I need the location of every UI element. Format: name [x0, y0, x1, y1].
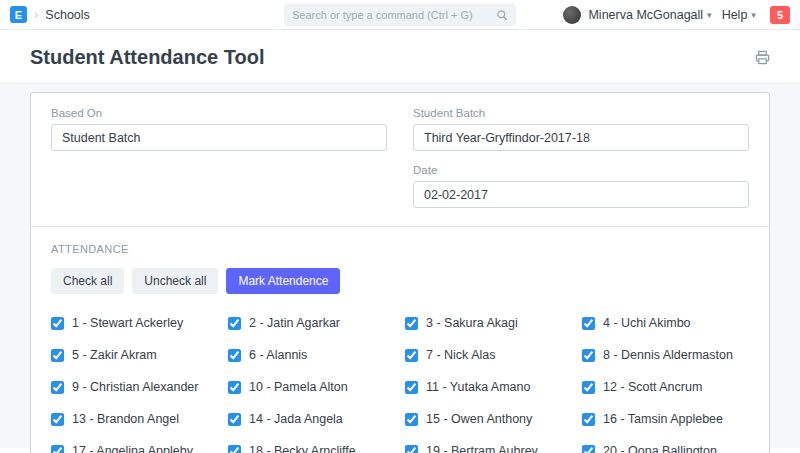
student-item[interactable]: 15 - Owen Anthony [405, 412, 572, 426]
student-item[interactable]: 3 - Sakura Akagi [405, 316, 572, 330]
student-label: 3 - Sakura Akagi [426, 316, 518, 330]
app-logo[interactable]: E [10, 6, 27, 23]
date-label: Date [413, 164, 749, 176]
student-item[interactable]: 1 - Stewart Ackerley [51, 316, 218, 330]
student-label: 7 - Nick Alas [426, 348, 495, 362]
based-on-field[interactable] [51, 124, 387, 151]
mark-attendance-button[interactable]: Mark Attendence [226, 268, 340, 294]
student-checkbox[interactable] [582, 445, 595, 453]
student-checkbox[interactable] [51, 413, 64, 426]
student-label: 17 - Angelina Appleby [72, 444, 193, 453]
student-label: 14 - Jada Angela [249, 412, 343, 426]
search-icon [496, 9, 508, 21]
student-item[interactable]: 12 - Scott Ancrum [582, 380, 749, 394]
student-checkbox[interactable] [51, 317, 64, 330]
notification-badge[interactable]: 5 [770, 6, 790, 24]
student-checkbox[interactable] [228, 317, 241, 330]
student-checkbox[interactable] [228, 381, 241, 394]
student-label: 13 - Brandon Angel [72, 412, 179, 426]
student-item[interactable]: 5 - Zakir Akram [51, 348, 218, 362]
breadcrumb-chevron-icon: › [34, 7, 38, 22]
student-checkbox[interactable] [51, 349, 64, 362]
student-checkbox[interactable] [582, 413, 595, 426]
breadcrumb-schools-link[interactable]: Schools [45, 8, 89, 22]
caret-down-icon: ▾ [751, 10, 756, 20]
student-label: 15 - Owen Anthony [426, 412, 532, 426]
student-item[interactable]: 8 - Dennis Aldermaston [582, 348, 749, 362]
printer-icon[interactable] [755, 50, 770, 65]
based-on-label: Based On [51, 107, 387, 119]
student-item[interactable]: 10 - Pamela Alton [228, 380, 395, 394]
student-checkbox[interactable] [51, 381, 64, 394]
navbar-center [284, 4, 516, 26]
student-label: 20 - Oona Ballington [603, 444, 717, 453]
student-batch-label: Student Batch [413, 107, 749, 119]
student-label: 12 - Scott Ancrum [603, 380, 702, 394]
student-checkbox[interactable] [582, 349, 595, 362]
student-checkbox[interactable] [582, 381, 595, 394]
student-label: 1 - Stewart Ackerley [72, 316, 183, 330]
student-item[interactable]: 13 - Brandon Angel [51, 412, 218, 426]
student-label: 5 - Zakir Akram [72, 348, 157, 362]
student-item[interactable]: 17 - Angelina Appleby [51, 444, 218, 453]
student-checkbox[interactable] [405, 381, 418, 394]
global-search[interactable] [284, 4, 516, 26]
caret-down-icon: ▾ [707, 10, 712, 20]
column-left: Based On [51, 107, 387, 208]
page-head: Student Attendance Tool [0, 30, 800, 84]
app-logo-letter: E [15, 9, 22, 21]
student-item[interactable]: 11 - Yutaka Amano [405, 380, 572, 394]
column-right: Student Batch Date [413, 107, 749, 208]
student-checkbox[interactable] [405, 317, 418, 330]
student-label: 4 - Uchi Akimbo [603, 316, 691, 330]
student-label: 6 - Alannis [249, 348, 307, 362]
navbar: E › Schools Minerva McGonagall ▾ Help ▾ … [0, 0, 800, 30]
student-item[interactable]: 16 - Tamsin Applebee [582, 412, 749, 426]
student-checkbox[interactable] [405, 445, 418, 453]
student-item[interactable]: 14 - Jada Angela [228, 412, 395, 426]
student-item[interactable]: 19 - Bertram Aubrey [405, 444, 572, 453]
student-item[interactable]: 9 - Christian Alexander [51, 380, 218, 394]
student-item[interactable]: 6 - Alannis [228, 348, 395, 362]
student-checkbox[interactable] [405, 413, 418, 426]
form-row: Based On Student Batch Date [51, 107, 749, 208]
student-batch-field[interactable] [413, 124, 749, 151]
check-all-button[interactable]: Check all [51, 268, 124, 294]
student-checkbox[interactable] [228, 413, 241, 426]
student-label: 16 - Tamsin Applebee [603, 412, 723, 426]
student-label: 19 - Bertram Aubrey [426, 444, 538, 453]
help-menu[interactable]: Help [722, 8, 748, 22]
main-area: Based On Student Batch Date ATTENDANCE C… [0, 84, 800, 448]
attendance-section-label: ATTENDANCE [51, 243, 749, 255]
user-menu[interactable]: Minerva McGonagall [588, 8, 703, 22]
page-title: Student Attendance Tool [30, 46, 264, 69]
date-field[interactable] [413, 181, 749, 208]
uncheck-all-button[interactable]: Uncheck all [132, 268, 218, 294]
student-item[interactable]: 2 - Jatin Agarkar [228, 316, 395, 330]
student-label: 10 - Pamela Alton [249, 380, 348, 394]
student-item[interactable]: 20 - Oona Ballington [582, 444, 749, 453]
student-label: 9 - Christian Alexander [72, 380, 198, 394]
avatar[interactable] [563, 6, 581, 24]
student-checkbox[interactable] [228, 349, 241, 362]
student-item[interactable]: 7 - Nick Alas [405, 348, 572, 362]
student-label: 2 - Jatin Agarkar [249, 316, 340, 330]
section-divider [31, 226, 769, 227]
student-label: 8 - Dennis Aldermaston [603, 348, 733, 362]
student-item[interactable]: 4 - Uchi Akimbo [582, 316, 749, 330]
student-checkbox[interactable] [228, 445, 241, 453]
student-checkbox[interactable] [405, 349, 418, 362]
student-item[interactable]: 18 - Becky Arncliffe [228, 444, 395, 453]
student-checkbox[interactable] [51, 445, 64, 453]
student-label: 11 - Yutaka Amano [426, 380, 530, 394]
student-checkbox[interactable] [582, 317, 595, 330]
students-grid: 1 - Stewart Ackerley 2 - Jatin Agarkar 3… [51, 316, 749, 453]
attendance-actions: Check all Uncheck all Mark Attendence [51, 268, 749, 294]
form-card: Based On Student Batch Date ATTENDANCE C… [30, 92, 770, 453]
student-label: 18 - Becky Arncliffe [249, 444, 356, 453]
search-input[interactable] [292, 9, 492, 21]
